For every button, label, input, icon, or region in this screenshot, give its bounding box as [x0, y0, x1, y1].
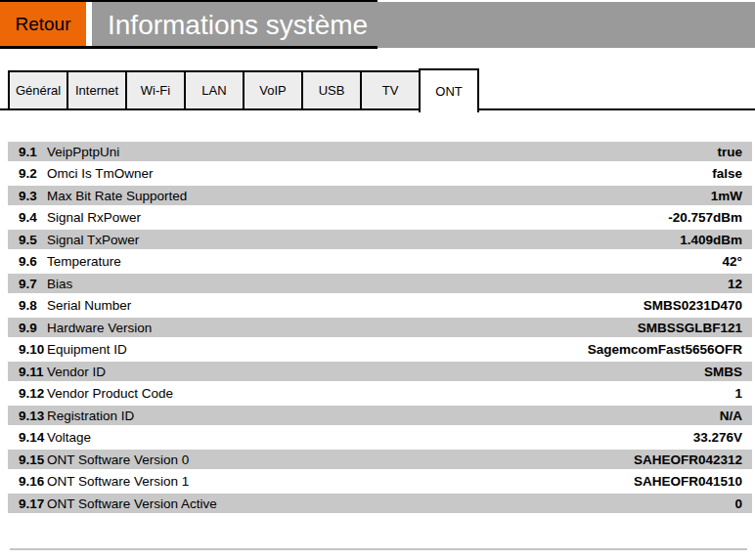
tab-internet[interactable]: Internet — [67, 70, 127, 108]
row-label: Max Bit Rate Supported — [47, 189, 711, 203]
table-row: 9.14 Voltage 33.276V — [8, 428, 752, 448]
row-number: 9.15 — [8, 452, 47, 467]
row-number: 9.8 — [8, 298, 47, 313]
row-label: ONT Software Version 0 — [47, 452, 634, 467]
tab-lan[interactable]: LAN — [184, 70, 244, 108]
row-number: 9.3 — [8, 189, 47, 203]
row-number: 9.1 — [8, 145, 47, 159]
row-label: Registration ID — [47, 409, 720, 423]
table-row: 9.4 Signal RxPower -20.757dBm — [8, 208, 752, 228]
table-row: 9.8 Serial Number SMBS0231D470 — [8, 296, 752, 316]
row-value: 0 — [734, 496, 752, 511]
tab-label: Wi-Fi — [141, 83, 170, 98]
row-label: VeipPptpUni — [47, 145, 717, 159]
row-label: Vendor Product Code — [47, 386, 734, 401]
tab-ont[interactable]: ONT — [419, 68, 479, 112]
row-value: 1 — [734, 386, 752, 401]
row-number: 9.7 — [8, 277, 47, 291]
row-label: Temperature — [47, 254, 723, 269]
row-number: 9.6 — [8, 254, 47, 269]
back-button[interactable]: Retour — [0, 2, 86, 46]
table-row: 9.11 Vendor ID SMBS — [8, 362, 752, 381]
row-number: 9.11 — [8, 365, 47, 379]
tab-tv[interactable]: TV — [360, 70, 421, 108]
table-row: 9.6 Temperature 42° — [8, 252, 752, 272]
tab-wi-fi[interactable]: Wi-Fi — [125, 70, 186, 108]
tab-label: TV — [382, 83, 399, 98]
footer-divider — [10, 548, 747, 550]
row-label: Signal TxPower — [47, 233, 680, 247]
header: Retour Informations système — [0, 0, 755, 49]
row-value: 42° — [723, 254, 752, 269]
row-number: 9.17 — [8, 496, 47, 511]
row-label: Hardware Version — [47, 321, 638, 335]
row-number: 9.2 — [8, 166, 47, 181]
tab-label: Général — [16, 83, 61, 98]
row-value: false — [712, 166, 752, 181]
row-label: Equipment ID — [47, 342, 588, 357]
row-number: 9.10 — [8, 342, 47, 357]
row-label: Omci Is TmOwner — [47, 166, 712, 181]
table-row: 9.13 Registration ID N/A — [8, 406, 752, 425]
tab-g-n-ral[interactable]: Général — [8, 70, 68, 108]
table-row: 9.12 Vendor Product Code 1 — [8, 384, 752, 404]
row-value: SAHEOFR041510 — [634, 474, 752, 489]
table-row: 9.16 ONT Software Version 1 SAHEOFR04151… — [8, 472, 752, 492]
table-row: 9.1 VeipPptpUni true — [8, 142, 752, 161]
tab-label: VoIP — [259, 83, 286, 98]
row-value: SMBS0231D470 — [644, 298, 752, 313]
row-label: Bias — [47, 277, 728, 291]
tab-bar: Général Internet Wi-Fi LAN VoIP USB TV O… — [0, 68, 755, 112]
tab-voip[interactable]: VoIP — [243, 70, 303, 108]
row-number: 9.14 — [8, 430, 47, 445]
row-value: SMBS — [704, 365, 752, 379]
row-value: 12 — [728, 277, 752, 291]
row-label: ONT Software Version 1 — [47, 474, 634, 489]
table-row: 9.10 Equipment ID SagemcomFast5656OFR — [8, 340, 752, 360]
ont-info-table: 9.1 VeipPptpUni true 9.2 Omci Is TmOwner… — [8, 142, 752, 513]
table-row: 9.3 Max Bit Rate Supported 1mW — [8, 186, 752, 205]
row-label: Vendor ID — [47, 365, 704, 379]
row-number: 9.5 — [8, 233, 47, 247]
header-bottom-border — [0, 46, 378, 49]
tab-label: USB — [319, 83, 345, 98]
row-value: 1.409dBm — [680, 233, 752, 247]
tab-label: Internet — [75, 83, 118, 98]
table-row: 9.9 Hardware Version SMBSSGLBF121 — [8, 318, 752, 337]
table-row: 9.17 ONT Software Version Active 0 — [8, 494, 752, 513]
row-value: 1mW — [711, 189, 752, 203]
row-value: SMBSSGLBF121 — [638, 321, 752, 335]
row-number: 9.4 — [8, 210, 47, 225]
row-number: 9.16 — [8, 474, 47, 489]
row-label: Voltage — [47, 430, 693, 445]
row-value: 33.276V — [693, 430, 752, 445]
row-label: ONT Software Version Active — [47, 496, 734, 511]
row-value: true — [717, 145, 752, 159]
tab-label: ONT — [435, 84, 462, 99]
row-number: 9.13 — [8, 409, 47, 423]
tab-usb[interactable]: USB — [301, 70, 362, 108]
row-number: 9.9 — [8, 321, 47, 335]
table-row: 9.7 Bias 12 — [8, 274, 752, 293]
row-label: Serial Number — [47, 298, 644, 313]
table-row: 9.5 Signal TxPower 1.409dBm — [8, 230, 752, 249]
title-bar: Informations système — [92, 2, 755, 48]
row-number: 9.12 — [8, 386, 47, 401]
table-row: 9.2 Omci Is TmOwner false — [8, 164, 752, 184]
row-value: SagemcomFast5656OFR — [588, 342, 752, 357]
page-title: Informations système — [108, 10, 368, 41]
row-label: Signal RxPower — [47, 210, 668, 225]
tab-label: LAN — [201, 83, 226, 98]
row-value: SAHEOFR042312 — [634, 452, 752, 467]
table-row: 9.15 ONT Software Version 0 SAHEOFR04231… — [8, 450, 752, 469]
row-value: N/A — [720, 409, 752, 423]
row-value: -20.757dBm — [668, 210, 752, 225]
